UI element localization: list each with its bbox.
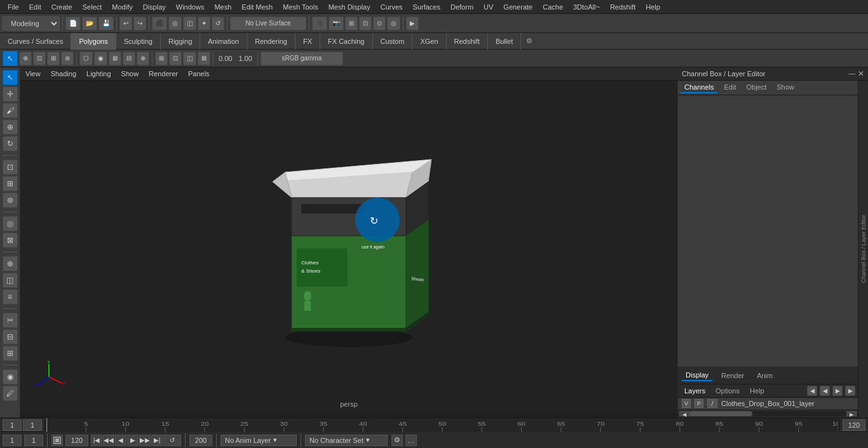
scroll-thumb[interactable] <box>689 411 752 416</box>
transform-tool-btn[interactable]: ⊞ <box>3 176 18 191</box>
tab-redshift[interactable]: Redshift <box>447 33 488 50</box>
multicut-btn[interactable]: ✂ <box>3 313 18 328</box>
layer-tab-display[interactable]: Display <box>682 370 712 381</box>
camera-btn4[interactable]: ⊡ <box>359 17 372 31</box>
timeline-current-input[interactable] <box>23 419 42 431</box>
select-tool2[interactable]: ◎ <box>168 17 182 31</box>
menu-mesh-display[interactable]: Mesh Display <box>323 2 376 12</box>
vp-tool4[interactable]: ⊛ <box>61 51 74 65</box>
gamma-btn[interactable]: sRGB gamma <box>261 51 343 65</box>
vp-snaptool4[interactable]: ⊠ <box>198 51 210 65</box>
channel-box-close[interactable]: ✕ <box>858 69 864 78</box>
move-tool-btn[interactable]: ✛ <box>3 86 18 102</box>
no-anim-layer-dropdown[interactable]: No Anim Layer ▾ <box>220 435 297 446</box>
menu-modify[interactable]: Modify <box>107 2 137 12</box>
snap-tool-btn[interactable]: ⊛ <box>3 193 18 208</box>
menu-mesh-tools[interactable]: Mesh Tools <box>278 2 323 12</box>
menu-3dtoall[interactable]: 3DtoAll~ <box>568 2 605 12</box>
undo-btn[interactable]: ↩ <box>119 17 132 31</box>
cb-tab-object[interactable]: Object <box>742 82 770 93</box>
tab-polygons[interactable]: Polygons <box>71 33 116 50</box>
lasso-btn[interactable]: ⊠ <box>3 233 18 248</box>
frame-current-input[interactable] <box>3 435 22 446</box>
insert-edge-btn[interactable]: ⊟ <box>3 329 18 344</box>
range-end-input[interactable] <box>189 435 212 446</box>
layer-playback[interactable]: P <box>695 399 703 408</box>
menu-create[interactable]: Create <box>46 2 78 12</box>
goto-end-btn[interactable]: ▶| <box>151 435 163 446</box>
play-fwd-btn[interactable]: ▶ <box>127 435 139 446</box>
soft-select-btn[interactable]: ◎ <box>3 216 18 231</box>
layer-visibility[interactable]: V <box>682 399 691 408</box>
tab-rendering[interactable]: Rendering <box>247 33 295 50</box>
vp-snaptool2[interactable]: ⊡ <box>169 51 182 65</box>
menu-help[interactable]: Help <box>641 2 665 12</box>
bevel-btn[interactable]: ◫ <box>3 273 18 288</box>
timeline-start-input[interactable] <box>3 419 22 431</box>
select-tool1[interactable]: ⬛ <box>152 17 167 31</box>
menu-generate[interactable]: Generate <box>498 2 538 12</box>
connect-btn[interactable]: ⊞ <box>3 346 18 361</box>
layers-next2-btn[interactable]: ▶ <box>845 386 855 396</box>
tab-bullet[interactable]: Bullet <box>488 33 522 50</box>
rotate-tool-btn[interactable]: ↻ <box>3 136 18 151</box>
layers-sub-options[interactable]: Options <box>712 386 743 396</box>
viewport-canvas[interactable]: Clothes & Shoes ↻ use it again Shoes <box>20 81 677 413</box>
cb-tab-edit[interactable]: Edit <box>720 82 740 93</box>
select-mode-btn[interactable]: ↖ <box>3 51 18 66</box>
scroll-track[interactable] <box>689 411 846 416</box>
frame-secondary-input[interactable] <box>24 435 43 446</box>
layers-sub-layers[interactable]: Layers <box>681 386 709 396</box>
layers-prev-btn[interactable]: ◀ <box>807 386 817 396</box>
scroll-right-btn[interactable]: ▶ <box>846 411 857 416</box>
vp-snaptool3[interactable]: ◫ <box>183 51 196 65</box>
menu-surfaces[interactable]: Surfaces <box>408 2 445 12</box>
tab-rigging[interactable]: Rigging <box>161 33 200 50</box>
camera-btn3[interactable]: ⊞ <box>345 17 358 31</box>
mode-dropdown[interactable]: Modeling <box>3 17 60 31</box>
goto-start-btn[interactable]: |◀ <box>91 435 102 446</box>
timeline-end-input[interactable] <box>843 419 865 431</box>
menu-edit[interactable]: Edit <box>24 2 46 12</box>
vp-menu-view[interactable]: View <box>25 70 41 78</box>
vp-tool2[interactable]: ⊡ <box>33 51 46 65</box>
menu-uv[interactable]: UV <box>478 2 498 12</box>
camera-btn2[interactable]: 📷 <box>329 17 344 31</box>
tab-custom[interactable]: Custom <box>373 33 413 50</box>
tab-animation[interactable]: Animation <box>200 33 247 50</box>
cb-tab-channels[interactable]: Channels <box>681 82 717 93</box>
menu-select[interactable]: Select <box>78 2 107 12</box>
bridge-btn[interactable]: ≡ <box>3 289 18 304</box>
tab-xgen[interactable]: XGen <box>412 33 446 50</box>
timeline-bar[interactable]: 5 10 15 20 25 30 35 40 45 <box>45 418 839 432</box>
select-tool4[interactable]: ✦ <box>198 17 210 31</box>
menu-mesh[interactable]: Mesh <box>209 2 236 12</box>
frame-max-input[interactable] <box>65 435 88 446</box>
channel-box-minimize[interactable]: — <box>848 69 855 78</box>
vp-tool5[interactable]: ⬡ <box>79 51 93 65</box>
no-char-set-dropdown[interactable]: No Character Set ▾ <box>305 435 388 446</box>
vp-tool7[interactable]: ⊠ <box>109 51 121 65</box>
menu-file[interactable]: File <box>3 2 24 12</box>
vp-tool3[interactable]: ⊞ <box>47 51 60 65</box>
menu-display[interactable]: Display <box>138 2 171 12</box>
loop-btn[interactable]: ↺ <box>163 435 181 446</box>
paint-tool-btn[interactable]: 🖌 <box>3 103 18 118</box>
open-btn[interactable]: 📂 <box>82 17 97 31</box>
save-btn[interactable]: 💾 <box>98 17 114 31</box>
menu-edit-mesh[interactable]: Edit Mesh <box>236 2 278 12</box>
scroll-left-btn[interactable]: ◀ <box>679 411 689 416</box>
vp-snaptool1[interactable]: ⊞ <box>155 51 168 65</box>
layers-next-btn[interactable]: ▶ <box>832 386 843 396</box>
vp-menu-panels[interactable]: Panels <box>188 70 210 78</box>
layers-prev2-btn[interactable]: ◀ <box>820 386 830 396</box>
scrollbar-horizontal[interactable]: ◀ ▶ <box>678 410 858 417</box>
render-btn[interactable]: ▶ <box>406 17 419 31</box>
layer-tab-anim[interactable]: Anim <box>753 370 776 381</box>
select-tool-btn[interactable]: ↖ <box>3 70 18 85</box>
tab-fx-caching[interactable]: FX Caching <box>320 33 372 50</box>
step-fwd-btn[interactable]: ▶▶ <box>139 435 151 446</box>
play-back-btn[interactable]: ◀ <box>115 435 126 446</box>
tab-sculpting[interactable]: Sculpting <box>116 33 161 50</box>
scale-tool-btn[interactable]: ⊡ <box>3 160 18 175</box>
